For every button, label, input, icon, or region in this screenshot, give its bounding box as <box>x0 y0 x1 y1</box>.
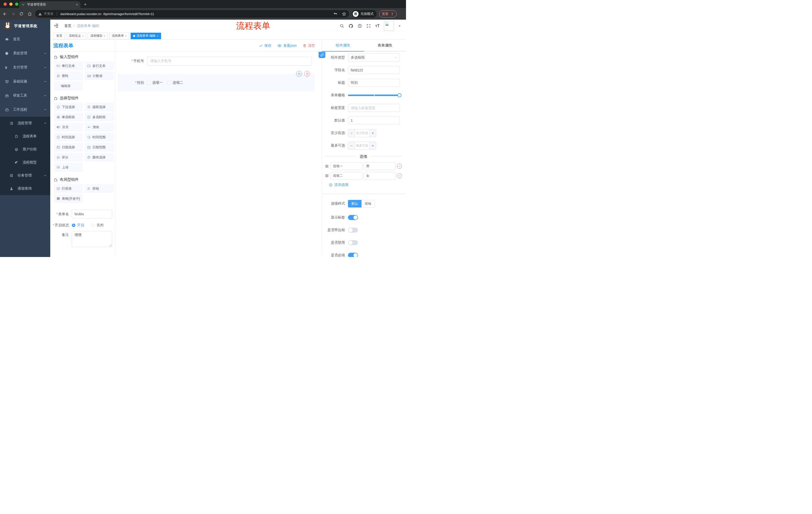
tag-process-model[interactable]: 流程模型× <box>88 33 108 39</box>
plus-button[interactable]: + <box>369 142 376 150</box>
palette-item-password[interactable]: 密码 <box>54 72 83 80</box>
tag-close-icon[interactable]: × <box>104 34 105 37</box>
browser-tab[interactable]: 芋道管理系统 × <box>19 1 80 8</box>
option1-value-input[interactable] <box>364 162 396 170</box>
tag-close-icon[interactable]: × <box>125 34 127 37</box>
font-size-icon[interactable]: тT <box>375 24 380 28</box>
clear-button[interactable]: 清空 <box>303 44 315 48</box>
palette-item-radio-group[interactable]: 单选框组 <box>54 113 83 121</box>
avatar-caret-icon[interactable] <box>398 25 401 27</box>
window-zoom-button[interactable] <box>15 2 18 6</box>
required-toggle[interactable] <box>348 253 358 257</box>
breadcrumb-home[interactable]: 首页 <box>64 24 71 28</box>
tab-form-props[interactable]: 表单属性 <box>364 40 406 52</box>
palette-item-checkbox-group[interactable]: 多选框组 <box>84 113 114 121</box>
fullscreen-icon[interactable] <box>366 24 371 28</box>
field-name-input[interactable] <box>351 68 397 72</box>
default-value-input[interactable] <box>351 118 397 123</box>
reload-icon[interactable] <box>18 10 25 17</box>
view-json-button[interactable]: 查看json <box>278 44 297 48</box>
url-bar[interactable]: 不安全 dashboard.yudao.iocoder.cn/bpm/manag… <box>35 10 349 18</box>
min-select-input[interactable] <box>355 129 369 137</box>
tag-process-form[interactable]: 流程表单× <box>109 33 129 39</box>
sidebar-item-process-form[interactable]: 流程表单 <box>0 130 50 143</box>
github-icon[interactable] <box>348 24 353 28</box>
palette-item-time-range[interactable]: 时间范围 <box>84 133 114 141</box>
gender-option1-checkbox[interactable]: 选项一 <box>147 80 163 85</box>
plus-button[interactable]: + <box>369 129 376 137</box>
palette-item-table-dev[interactable]: 表格[开发中] <box>54 194 83 203</box>
palette-item-counter[interactable]: 123计数器 <box>84 72 114 80</box>
minus-button[interactable]: − <box>348 129 355 137</box>
search-icon[interactable] <box>340 24 344 28</box>
sidebar-item-infra[interactable]: 基础设施 <box>0 75 50 88</box>
avatar[interactable] <box>384 21 394 31</box>
sidebar-item-process-mgmt[interactable]: 流程管理 <box>0 117 50 130</box>
component-type-select[interactable]: 多选框组 <box>348 54 400 62</box>
sidebar-item-system[interactable]: 系统管理 <box>0 46 50 60</box>
label-width-input[interactable] <box>351 106 397 110</box>
save-button[interactable]: 保存 <box>259 44 271 48</box>
border-toggle[interactable] <box>348 227 358 233</box>
forward-icon[interactable] <box>9 10 17 17</box>
palette-item-upload[interactable]: 上传 <box>54 163 83 172</box>
app-logo-row[interactable]: 芋道管理系统 <box>0 20 50 32</box>
chrome-update-button[interactable]: 更新 ⋮ <box>379 10 397 18</box>
tab-component-props[interactable]: 组件属性 <box>322 40 364 52</box>
style-default-button[interactable]: 默认 <box>348 200 361 208</box>
tag-process-definition[interactable]: 流程定义× <box>66 33 86 39</box>
drag-handle-icon[interactable] <box>325 174 329 178</box>
slider-handle[interactable] <box>398 93 402 97</box>
palette-item-select[interactable]: 下拉选择 <box>54 103 83 111</box>
palette-item-button[interactable]: 按钮 <box>84 184 114 193</box>
title-input[interactable] <box>351 81 397 85</box>
sidebar-item-workflow[interactable]: 工作流程 <box>0 103 50 117</box>
palette-item-rate[interactable]: 评分 <box>54 153 83 162</box>
browser-menu-icon[interactable]: ⋮ <box>390 12 394 16</box>
bookmark-star-icon[interactable] <box>342 12 346 16</box>
palette-item-color-picker[interactable]: 颜色选择 <box>84 153 114 162</box>
form-grid-slider[interactable] <box>348 94 400 96</box>
palette-item-switch[interactable]: 开关 <box>54 123 83 132</box>
sidebar-item-user-group[interactable]: 用户分组 <box>0 143 50 156</box>
copy-component-button[interactable] <box>296 71 302 77</box>
form-name-input[interactable] <box>72 210 112 218</box>
palette-item-row-container[interactable]: 行容器 <box>54 184 83 193</box>
add-option-button[interactable]: 添加选项 <box>329 183 406 187</box>
show-label-toggle[interactable] <box>348 215 358 220</box>
tag-close-icon[interactable]: × <box>157 34 158 37</box>
max-select-input[interactable] <box>355 142 369 150</box>
sidebar-item-task-mgmt[interactable]: 任务管理 <box>0 169 50 182</box>
help-icon[interactable] <box>357 24 362 28</box>
new-tab-button[interactable]: + <box>84 2 87 7</box>
sidebar-item-devtools[interactable]: 研发工具 <box>0 88 50 103</box>
home-icon[interactable] <box>26 10 33 17</box>
tab-close-icon[interactable]: × <box>76 3 78 6</box>
option2-value-input[interactable] <box>364 172 396 180</box>
palette-item-date-range[interactable]: 日期范围 <box>84 143 114 152</box>
minus-button[interactable]: − <box>348 142 355 150</box>
gender-field-block-selected[interactable]: *性别 选项一 选项二 <box>118 74 315 91</box>
status-on-radio[interactable]: 开启 <box>72 223 84 227</box>
option2-label-input[interactable] <box>330 172 362 180</box>
palette-item-slider[interactable]: 滑块 <box>84 123 114 132</box>
gender-option2-checkbox[interactable]: 选项二 <box>167 80 183 85</box>
window-minimize-button[interactable] <box>9 2 12 6</box>
palette-item-single-text[interactable]: 单行文本 <box>54 61 83 70</box>
delete-component-button[interactable] <box>304 71 310 77</box>
remove-option-button[interactable]: − <box>397 173 402 178</box>
tag-close-icon[interactable]: × <box>82 34 84 37</box>
phone-input[interactable]: 请输入手机号 <box>147 57 312 65</box>
status-off-radio[interactable]: 关闭 <box>91 223 104 227</box>
option1-label-input[interactable] <box>330 162 362 170</box>
sidebar-item-home[interactable]: 首页 <box>0 32 50 46</box>
sidebar-item-payment[interactable]: ¥ 支付管理 <box>0 60 50 75</box>
back-icon[interactable] <box>1 10 8 17</box>
palette-item-multi-text[interactable]: 多行文本 <box>84 61 114 70</box>
sidebar-collapse-icon[interactable] <box>54 23 59 28</box>
palette-item-cascader[interactable]: 级联选择 <box>84 103 114 111</box>
phone-field-row[interactable]: *手机号 请输入手机号 <box>115 57 312 65</box>
remark-textarea[interactable]: 嘿嘿 <box>72 231 112 247</box>
palette-item-date-picker[interactable]: 日期选择 <box>54 143 83 152</box>
tag-home[interactable]: 首页 <box>54 33 65 39</box>
